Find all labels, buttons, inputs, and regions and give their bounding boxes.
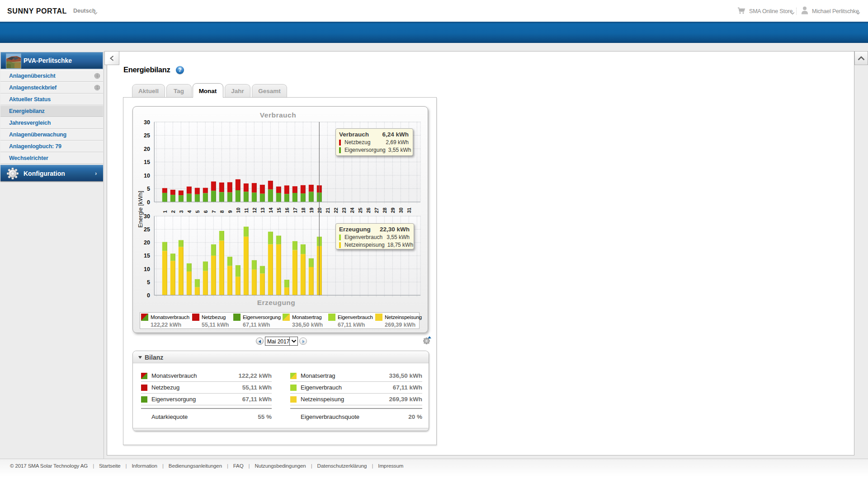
svg-text:Verbrauch: Verbrauch: [260, 111, 296, 119]
svg-text:16: 16: [284, 207, 290, 213]
svg-text:24: 24: [349, 207, 355, 213]
svg-text:8: 8: [219, 210, 225, 213]
svg-text:5: 5: [147, 279, 150, 286]
svg-text:21: 21: [325, 207, 330, 213]
svg-text:11: 11: [244, 208, 249, 213]
svg-text:30: 30: [398, 207, 404, 213]
svg-text:23: 23: [341, 207, 347, 213]
svg-text:6: 6: [203, 210, 208, 213]
svg-text:0: 0: [147, 199, 150, 206]
svg-text:25: 25: [144, 132, 150, 139]
svg-text:Energie [kWh]: Energie [kWh]: [137, 191, 144, 228]
svg-text:30: 30: [144, 213, 150, 220]
svg-text:29: 29: [390, 207, 396, 213]
svg-text:20: 20: [144, 239, 150, 246]
svg-text:22: 22: [333, 207, 339, 213]
svg-text:4: 4: [187, 210, 192, 213]
svg-text:Erzeugung: Erzeugung: [257, 299, 296, 306]
svg-text:9: 9: [227, 210, 233, 213]
svg-text:5: 5: [147, 186, 150, 192]
svg-text:13: 13: [260, 207, 265, 213]
svg-text:17: 17: [292, 207, 298, 213]
svg-text:31: 31: [406, 207, 412, 213]
svg-text:5: 5: [195, 210, 200, 213]
svg-text:28: 28: [382, 207, 387, 213]
svg-text:20: 20: [144, 146, 150, 152]
svg-text:30: 30: [144, 119, 150, 126]
svg-text:25: 25: [358, 207, 363, 213]
svg-text:1: 1: [162, 210, 168, 213]
svg-text:10: 10: [236, 207, 241, 213]
svg-text:27: 27: [374, 207, 379, 213]
svg-text:25: 25: [144, 226, 150, 233]
svg-text:15: 15: [276, 207, 282, 213]
svg-text:0: 0: [147, 292, 150, 299]
svg-text:26: 26: [366, 207, 371, 213]
svg-text:18: 18: [301, 207, 306, 213]
svg-text:19: 19: [309, 207, 314, 213]
svg-text:7: 7: [211, 210, 217, 213]
svg-text:10: 10: [144, 266, 150, 272]
svg-text:15: 15: [144, 159, 150, 165]
svg-text:2: 2: [170, 210, 176, 213]
svg-text:12: 12: [252, 207, 257, 213]
svg-text:10: 10: [144, 173, 150, 179]
svg-text:15: 15: [144, 253, 150, 259]
svg-text:3: 3: [179, 210, 184, 213]
svg-text:14: 14: [268, 207, 274, 213]
